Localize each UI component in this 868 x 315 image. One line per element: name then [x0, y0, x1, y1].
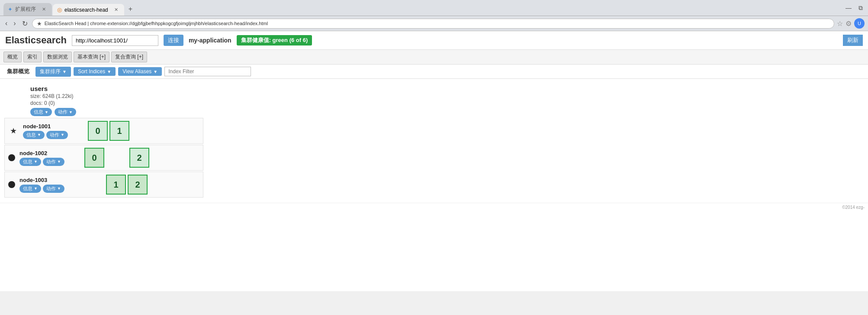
new-tab-button[interactable]: +: [124, 3, 137, 16]
view-aliases-label: View Aliases: [122, 68, 151, 75]
node-1003-action-button[interactable]: 动作 ▼: [43, 185, 64, 193]
app-logo: Elasticsearch: [5, 35, 67, 46]
index-action-arrow: ▼: [69, 110, 73, 114]
window-controls: — ⧉: [845, 4, 863, 12]
tab-basic-query[interactable]: 基本查询 [+]: [74, 52, 109, 62]
cluster-bar: 集群概览 集群排序 ▼ Sort Indices ▼ View Aliases …: [0, 65, 868, 79]
address-text: ElasticSearch Head | chrome-extension://…: [45, 21, 268, 26]
refresh-page-button[interactable]: 刷新: [843, 35, 863, 46]
index-docs: docs: 0 (0): [30, 100, 200, 106]
refresh-button[interactable]: ↻: [20, 19, 29, 29]
copyright-text: ©2014 ezg-: [842, 205, 865, 210]
minimize-button[interactable]: —: [845, 4, 852, 12]
profile-avatar[interactable]: U: [854, 18, 865, 29]
app-container: Elasticsearch 连接 my-application 集群健康值: g…: [0, 31, 868, 291]
tab-compound-query[interactable]: 复合查询 [+]: [111, 52, 147, 62]
index-header: users size: 624B (1.22ki) docs: 0 (0) 信息…: [4, 83, 203, 118]
node-1001-info: node-1001 信息 ▼ 动作 ▼: [23, 123, 75, 139]
shard-box[interactable]: 2: [129, 148, 149, 168]
secure-icon: ★: [37, 20, 42, 27]
node-1003-buttons: 信息 ▼ 动作 ▼: [19, 185, 71, 193]
node-1001-info-button[interactable]: 信息 ▼: [23, 131, 45, 139]
node-1002-info: node-1002 信息 ▼ 动作 ▼: [19, 150, 71, 166]
tab-close-icon[interactable]: ✕: [42, 6, 46, 12]
health-badge: 集群健康值: green (6 of 6): [237, 35, 312, 45]
shard-box[interactable]: 0: [88, 121, 108, 141]
cluster-sort-button[interactable]: 集群排序 ▼: [35, 67, 71, 77]
app-name: my-application: [189, 37, 231, 44]
app-header: Elasticsearch 连接 my-application 集群健康值: g…: [0, 31, 868, 50]
cluster-title: 集群概览: [3, 66, 33, 77]
tab-index[interactable]: 索引: [23, 52, 42, 62]
index-panel: users size: 624B (1.22ki) docs: 0 (0) 信息…: [4, 83, 203, 198]
view-aliases-button[interactable]: View Aliases ▼: [118, 67, 162, 76]
node-1003-info: node-1003 信息 ▼ 动作 ▼: [19, 177, 71, 193]
tab-overview[interactable]: 概览: [3, 52, 22, 62]
cluster-sort-arrow: ▼: [62, 69, 67, 74]
node-1002-info-button[interactable]: 信息 ▼: [19, 158, 41, 166]
back-button[interactable]: ‹: [3, 19, 9, 28]
header-right: 刷新: [843, 35, 863, 46]
node-1003-info-button[interactable]: 信息 ▼: [19, 185, 41, 193]
shard-box[interactable]: 1: [106, 175, 126, 195]
browser-window: ✦ 扩展程序 ✕ ◎ elasticsearch-head ✕ + — ⧉ ‹ …: [0, 0, 868, 291]
shard-box[interactable]: 1: [109, 121, 129, 141]
index-actions: 信息 ▼ 动作 ▼: [30, 108, 200, 116]
index-filter-input[interactable]: [164, 67, 251, 76]
index-name: users: [30, 85, 200, 92]
forward-button[interactable]: ›: [12, 19, 17, 28]
view-aliases-arrow: ▼: [153, 69, 158, 74]
footer: ©2014 ezg-: [0, 203, 868, 211]
node-1001-name: node-1001: [23, 123, 75, 130]
extensions-icon[interactable]: ⚙: [845, 19, 852, 28]
node-1001-buttons: 信息 ▼ 动作 ▼: [23, 131, 75, 139]
node-dot-icon: [8, 154, 15, 161]
node-row: node-1002 信息 ▼ 动作 ▼: [4, 145, 203, 171]
sort-indices-arrow: ▼: [107, 69, 111, 74]
connect-url-input[interactable]: [72, 35, 158, 46]
sort-indices-button[interactable]: Sort Indices ▼: [74, 67, 116, 76]
master-star-icon: ★: [8, 126, 19, 136]
sort-indices-label: Sort Indices: [78, 68, 105, 75]
maximize-button[interactable]: ⧉: [858, 4, 863, 12]
index-info-button[interactable]: 信息 ▼: [30, 108, 52, 116]
puzzle-icon: ✦: [8, 6, 13, 13]
node-dot-icon: [8, 181, 15, 188]
node-row: ★ node-1001 信息 ▼ 动作 ▼: [4, 118, 203, 144]
index-action-label: 动作: [58, 109, 68, 115]
node-1002-shards: 0 2: [84, 148, 149, 168]
shard-box[interactable]: 2: [128, 175, 148, 195]
tab-es-close-icon[interactable]: ✕: [114, 7, 118, 13]
node-1003-name: node-1003: [19, 177, 71, 183]
index-info-arrow: ▼: [45, 110, 48, 114]
shard-box[interactable]: 0: [84, 148, 104, 168]
shard-spacer: [106, 148, 128, 168]
tab-elasticsearch[interactable]: ◎ elasticsearch-head ✕: [53, 4, 124, 16]
node-1001-shards: 0 1: [88, 121, 129, 141]
main-content: users size: 624B (1.22ki) docs: 0 (0) 信息…: [0, 79, 868, 203]
node-1002-name: node-1002: [19, 150, 71, 156]
node-1001-action-button[interactable]: 动作 ▼: [46, 131, 68, 139]
node-1002-buttons: 信息 ▼ 动作 ▼: [19, 158, 71, 166]
tab-es-label: elasticsearch-head: [64, 7, 108, 13]
node-row: node-1003 信息 ▼ 动作 ▼: [4, 172, 203, 198]
es-icon: ◎: [57, 6, 62, 13]
connect-button[interactable]: 连接: [164, 35, 183, 46]
tab-extensions[interactable]: ✦ 扩展程序 ✕: [3, 3, 52, 16]
index-info-label: 信息: [34, 109, 43, 115]
nav-tabs: 概览 索引 数据浏览 基本查询 [+] 复合查询 [+]: [0, 50, 868, 65]
node-1003-shards: 1 2: [106, 175, 148, 195]
index-action-button[interactable]: 动作 ▼: [55, 108, 76, 116]
cluster-sort-label: 集群排序: [40, 68, 61, 75]
tab-bar: ✦ 扩展程序 ✕ ◎ elasticsearch-head ✕ +: [0, 0, 868, 16]
tab-browse[interactable]: 数据浏览: [43, 52, 72, 62]
bookmark-icon[interactable]: ☆: [837, 19, 843, 28]
tab-extensions-label: 扩展程序: [15, 6, 36, 13]
node-1002-action-button[interactable]: 动作 ▼: [43, 158, 64, 166]
index-size: size: 624B (1.22ki): [30, 93, 200, 99]
